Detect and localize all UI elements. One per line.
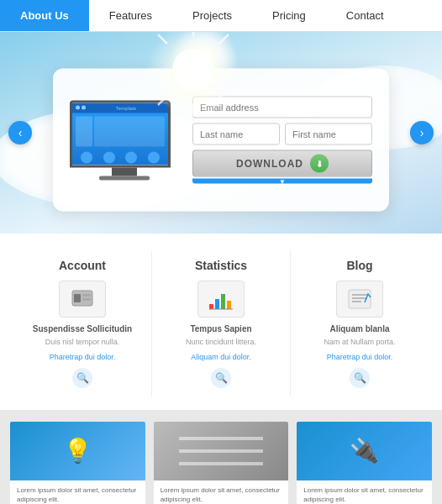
nav-about[interactable]: About Us <box>0 0 89 31</box>
feature-account-search[interactable]: 🔍 <box>72 368 92 388</box>
svg-rect-17 <box>227 301 231 309</box>
svg-rect-12 <box>82 294 91 297</box>
feature-blog: Blog Aliquam blanla Nam at Nullam porta.… <box>291 250 429 396</box>
nav-projects[interactable]: Projects <box>172 0 252 31</box>
blog-icon <box>336 281 383 318</box>
feature-statistics-search[interactable]: 🔍 <box>211 368 231 388</box>
feature-blog-search[interactable]: 🔍 <box>350 368 370 388</box>
feature-statistics-text: Nunc tincidunt littera. <box>186 337 256 348</box>
feature-account: Account Suspendisse Sollicitudin Duis ni… <box>13 250 152 396</box>
monitor-stand <box>112 167 137 176</box>
post-1-image: 💡 <box>10 422 145 480</box>
post-3-image: 🔌 <box>297 422 432 480</box>
features-section: Account Suspendisse Sollicitudin Duis ni… <box>0 234 442 410</box>
feature-account-subtitle: Suspendisse Sollicitudin <box>33 324 132 333</box>
nav-contact[interactable]: Contact <box>326 0 404 31</box>
posts-section: 💡 Lorem ipsum dolor sit amet, consectetu… <box>0 410 442 504</box>
post-1: 💡 Lorem ipsum dolor sit amet, consectetu… <box>10 422 145 504</box>
feature-statistics-title: Statistics <box>195 259 247 272</box>
post-2-text-short: Lorem ipsum dolor sit amet, consectetur … <box>160 486 282 504</box>
feature-statistics-link[interactable]: Aliquam dui dolor. <box>191 353 251 361</box>
feature-blog-text: Nam at Nullam porta. <box>324 337 395 348</box>
feature-blog-subtitle: Aliquam blanla <box>329 324 389 333</box>
lastname-field[interactable] <box>192 123 280 145</box>
next-arrow[interactable]: › <box>410 121 434 144</box>
feature-blog-link[interactable]: Pharetrap dui dolor. <box>327 353 393 361</box>
post-3-body: Lorem ipsum dolor sit amet, consectetur … <box>297 480 432 504</box>
firstname-field[interactable] <box>285 123 372 145</box>
svg-rect-13 <box>82 298 91 301</box>
download-button[interactable]: DOWNLOAD ⬇ <box>192 150 372 177</box>
feature-statistics: Statistics Tempus Sapien Nunc tincidunt … <box>152 250 291 396</box>
feature-account-text: Duis nisl tempor nulla. <box>45 337 120 348</box>
sun-rays-icon <box>143 32 244 120</box>
svg-rect-15 <box>215 299 219 309</box>
download-progress-bar <box>192 179 372 184</box>
prev-arrow[interactable]: ‹ <box>8 121 32 144</box>
svg-point-1 <box>172 49 214 91</box>
feature-blog-title: Blog <box>346 259 372 272</box>
post-1-body: Lorem ipsum dolor sit amet, consectetur … <box>10 480 145 504</box>
hero-section: ‹ Template <box>0 32 442 234</box>
post-1-text-short: Lorem ipsum dolor sit amet, consectetur … <box>17 486 139 504</box>
download-label: DOWNLOAD <box>236 158 303 170</box>
download-icon: ⬇ <box>310 155 329 173</box>
monitor-base <box>99 176 150 180</box>
navbar: About Us Features Projects Pricing Conta… <box>0 0 442 32</box>
post-2: Lorem ipsum dolor sit amet, consectetur … <box>154 422 289 504</box>
nav-features[interactable]: Features <box>89 0 172 31</box>
post-3: 🔌 Lorem ipsum dolor sit amet, consectetu… <box>297 422 432 504</box>
post-2-image <box>154 422 289 480</box>
svg-rect-11 <box>74 294 81 302</box>
svg-rect-19 <box>349 290 371 308</box>
svg-rect-16 <box>221 294 225 309</box>
post-2-body: Lorem ipsum dolor sit amet, consectetur … <box>154 480 289 504</box>
post-3-text-short: Lorem ipsum dolor sit amet, consectetur … <box>303 486 425 504</box>
nav-pricing[interactable]: Pricing <box>252 0 326 31</box>
feature-account-link[interactable]: Pharetrap dui dolor. <box>50 353 116 361</box>
statistics-icon <box>197 281 245 318</box>
feature-statistics-subtitle: Tempus Sapien <box>190 324 251 333</box>
account-icon <box>59 281 106 318</box>
feature-account-title: Account <box>59 259 106 272</box>
svg-rect-14 <box>209 304 213 309</box>
